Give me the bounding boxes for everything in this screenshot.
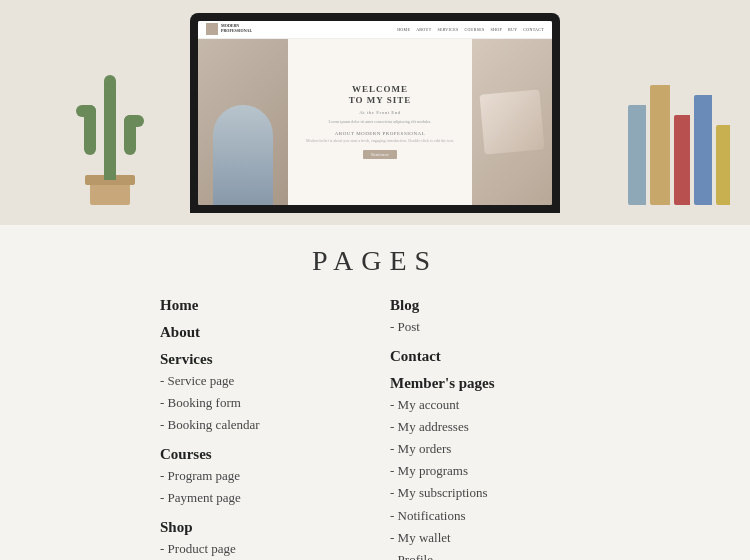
- website-logo: MODERN PROFESSIONAL: [206, 23, 252, 35]
- website-nav-links: HOME ABOUT SERVICES COURSES SHOP BUY CON…: [397, 27, 544, 32]
- page-booking-form: - Booking form: [160, 392, 360, 414]
- website-hero-image: [198, 39, 288, 205]
- book-4: [694, 95, 712, 205]
- book-3: [674, 115, 690, 205]
- pages-right-column: Blog - Post Contact Member's pages - My …: [390, 297, 590, 560]
- book-2: [650, 85, 670, 205]
- page-my-orders: - My orders: [390, 438, 590, 460]
- pages-columns: Home About Services - Service page - Boo…: [40, 297, 710, 560]
- category-members-pages: Member's pages: [390, 375, 590, 392]
- page-my-account: - My account: [390, 394, 590, 416]
- books-right: [628, 85, 730, 205]
- book-5: [716, 125, 730, 205]
- pages-left-column: Home About Services - Service page - Boo…: [160, 297, 360, 560]
- page-my-wallet: - My wallet: [390, 527, 590, 549]
- logo-icon: [206, 23, 218, 35]
- svg-rect-8: [124, 115, 144, 127]
- svg-rect-5: [76, 105, 96, 117]
- page-profile: - Profile: [390, 549, 590, 560]
- category-courses: Courses: [160, 446, 360, 463]
- nav-courses: COURSES: [464, 27, 484, 32]
- site-read-more-button: Read more: [363, 150, 396, 159]
- category-blog: Blog: [390, 297, 590, 314]
- page-product-page: - Product page: [160, 538, 360, 560]
- pages-section: PAGES Home About Services - Service page…: [0, 225, 750, 560]
- hand-image: [479, 89, 544, 154]
- nav-home: HOME: [397, 27, 410, 32]
- category-shop: Shop: [160, 519, 360, 536]
- page-payment-page: - Payment page: [160, 487, 360, 509]
- nav-about: ABOUT: [416, 27, 431, 32]
- site-at-line: At the Front End: [359, 110, 401, 115]
- page-booking-calendar: - Booking calendar: [160, 414, 360, 436]
- pages-title: PAGES: [40, 245, 710, 277]
- website-nav: MODERN PROFESSIONAL HOME ABOUT SERVICES …: [198, 21, 552, 39]
- page-notifications: - Notifications: [390, 505, 590, 527]
- nav-shop: SHOP: [491, 27, 502, 32]
- page-my-addresses: - My addresses: [390, 416, 590, 438]
- page-my-subscriptions: - My subscriptions: [390, 482, 590, 504]
- site-about-text: Modern belief is about you start a fresh…: [306, 138, 454, 144]
- category-contact: Contact: [390, 348, 590, 365]
- category-home: Home: [160, 297, 360, 314]
- monitor-section: MODERN PROFESSIONAL HOME ABOUT SERVICES …: [0, 0, 750, 225]
- book-1: [628, 105, 646, 205]
- nav-services: SERVICES: [437, 27, 458, 32]
- logo-text: MODERN PROFESSIONAL: [221, 24, 252, 34]
- page-service-page: - Service page: [160, 370, 360, 392]
- website-center-content: WELCOME TO MY SITE At the Front End Lore…: [288, 39, 472, 205]
- website-right-image: [472, 39, 552, 205]
- website-content: WELCOME TO MY SITE At the Front End Lore…: [198, 39, 552, 205]
- svg-rect-2: [104, 85, 116, 180]
- category-about: About: [160, 324, 360, 341]
- site-about-heading: ABOUT MODERN PROFESSIONAL: [335, 131, 425, 136]
- monitor-screen: MODERN PROFESSIONAL HOME ABOUT SERVICES …: [198, 21, 552, 205]
- category-services: Services: [160, 351, 360, 368]
- nav-buy: BUY: [508, 27, 517, 32]
- site-hero-title: WELCOME TO MY SITE: [349, 84, 412, 107]
- page-program-page: - Program page: [160, 465, 360, 487]
- site-body-text: Lorem ipsum dolor sit amet consectetur a…: [329, 119, 432, 125]
- monitor-frame: MODERN PROFESSIONAL HOME ABOUT SERVICES …: [190, 13, 560, 213]
- person-silhouette: [213, 105, 273, 205]
- svg-rect-9: [104, 75, 116, 95]
- plant-left: [60, 25, 180, 225]
- page-post: - Post: [390, 316, 590, 338]
- page-my-programs: - My programs: [390, 460, 590, 482]
- nav-contact: CONTACT: [523, 27, 544, 32]
